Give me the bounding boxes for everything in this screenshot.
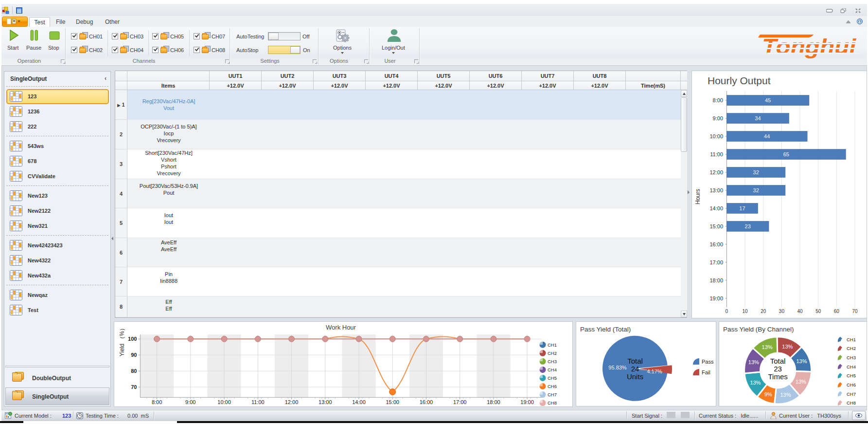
svg-text:14:00: 14:00	[352, 399, 366, 405]
svg-text:CH5: CH5	[548, 375, 557, 381]
svg-text:17:00: 17:00	[709, 259, 723, 265]
svg-text:18:00: 18:00	[709, 277, 723, 283]
svg-text:10:00: 10:00	[217, 399, 231, 405]
svg-text:13%: 13%	[796, 379, 806, 385]
svg-text:Times: Times	[768, 372, 787, 381]
svg-text:10: 10	[743, 309, 748, 314]
svg-text:20: 20	[761, 309, 766, 314]
svg-text:16:00: 16:00	[709, 241, 723, 247]
svg-text:32: 32	[753, 169, 759, 175]
svg-text:8:00: 8:00	[713, 97, 723, 103]
svg-text:50: 50	[815, 309, 821, 314]
svg-text:13%: 13%	[782, 344, 793, 350]
svg-text:CH4: CH4	[548, 367, 557, 372]
svg-text:95.83%: 95.83%	[608, 365, 627, 370]
svg-text:4.17%: 4.17%	[647, 369, 662, 374]
svg-text:Fail: Fail	[702, 369, 710, 375]
svg-text:11:00: 11:00	[251, 399, 265, 405]
svg-text:Units: Units	[627, 372, 643, 381]
svg-text:70: 70	[131, 384, 137, 390]
svg-text:Pass: Pass	[702, 359, 714, 365]
svg-text:16:00: 16:00	[420, 399, 433, 405]
svg-text:13%: 13%	[750, 380, 761, 386]
svg-text:17: 17	[739, 205, 745, 211]
svg-text:Total: Total	[627, 357, 643, 365]
svg-text:Total: Total	[770, 357, 786, 365]
svg-text:17:00: 17:00	[453, 399, 467, 405]
svg-text:CH1: CH1	[548, 342, 557, 348]
svg-text:CH3: CH3	[847, 355, 856, 360]
svg-text:12:00: 12:00	[709, 169, 723, 175]
svg-text:CH4: CH4	[847, 364, 856, 369]
svg-text:Work Hour: Work Hour	[326, 324, 356, 331]
svg-text:14:00: 14:00	[709, 205, 723, 211]
svg-text:13%: 13%	[780, 392, 791, 398]
svg-text:30: 30	[779, 309, 785, 314]
svg-text:70: 70	[852, 309, 858, 314]
svg-text:44: 44	[764, 133, 770, 139]
svg-text:Hours: Hours	[694, 189, 701, 204]
svg-text:13%: 13%	[748, 359, 759, 365]
svg-text:23: 23	[745, 223, 751, 229]
svg-text:CH2: CH2	[847, 346, 856, 351]
svg-text:CH7: CH7	[847, 391, 856, 397]
svg-text:13%: 13%	[796, 358, 807, 364]
svg-text:15:00: 15:00	[709, 223, 723, 229]
svg-text:34: 34	[755, 115, 761, 121]
svg-text:11:00: 11:00	[710, 151, 723, 157]
svg-text:CH8: CH8	[847, 400, 856, 406]
svg-text:9%: 9%	[764, 391, 772, 397]
svg-text:15:00: 15:00	[386, 399, 399, 405]
svg-text:CH1: CH1	[847, 337, 856, 342]
svg-text:Hourly Output: Hourly Output	[708, 75, 771, 86]
svg-text:CH8: CH8	[548, 400, 557, 406]
svg-text:9:00: 9:00	[713, 115, 723, 121]
svg-text:23: 23	[774, 365, 782, 373]
svg-text:19:00: 19:00	[709, 295, 723, 301]
svg-text:12:00: 12:00	[285, 399, 299, 405]
svg-text:CH6: CH6	[847, 382, 856, 387]
svg-text:80: 80	[131, 368, 137, 374]
svg-text:24: 24	[631, 365, 639, 373]
svg-text:CH7: CH7	[548, 392, 557, 397]
svg-text:13%: 13%	[762, 344, 773, 350]
svg-text:40: 40	[797, 309, 803, 314]
svg-text:9:00: 9:00	[185, 399, 195, 405]
svg-text:13:00: 13:00	[319, 399, 332, 405]
svg-text:13:00: 13:00	[709, 187, 723, 193]
svg-text:90: 90	[131, 352, 137, 358]
svg-text:CH5: CH5	[847, 373, 856, 378]
svg-text:Pass Yield (By Channel): Pass Yield (By Channel)	[723, 326, 794, 333]
svg-text:100: 100	[128, 336, 137, 342]
svg-text:CH6: CH6	[548, 384, 557, 389]
svg-text:Pass Yield (Total): Pass Yield (Total)	[580, 326, 631, 333]
svg-text:10:00: 10:00	[709, 133, 723, 139]
svg-text:45: 45	[765, 97, 771, 103]
svg-text:CH2: CH2	[548, 350, 557, 356]
svg-text:60: 60	[834, 309, 840, 314]
svg-text:8:00: 8:00	[152, 399, 162, 405]
svg-text:65: 65	[783, 151, 789, 157]
svg-text:19:00: 19:00	[520, 399, 534, 405]
svg-text:18:00: 18:00	[487, 399, 500, 405]
svg-text:0: 0	[726, 309, 728, 314]
svg-text:32: 32	[753, 187, 759, 193]
svg-text:CH3: CH3	[548, 359, 557, 364]
